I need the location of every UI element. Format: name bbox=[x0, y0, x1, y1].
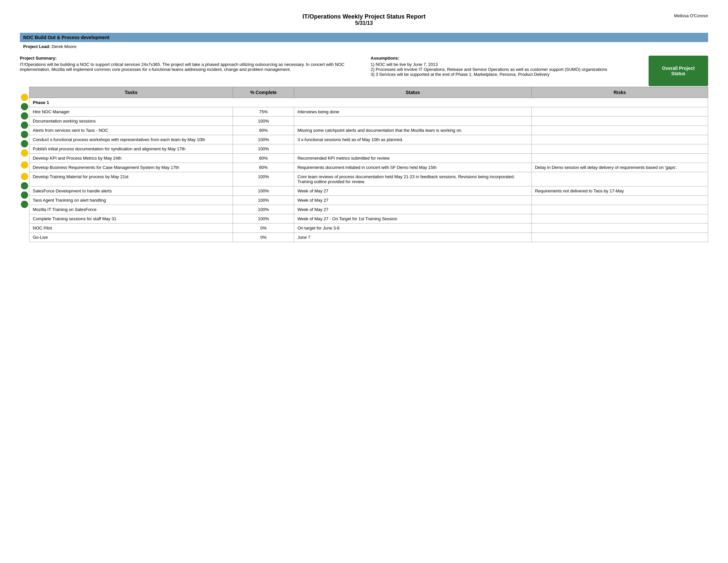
risks-cell bbox=[531, 135, 708, 144]
pct-cell: 100% bbox=[233, 172, 294, 186]
status-indicator bbox=[20, 130, 29, 139]
green-dot-icon bbox=[21, 121, 28, 129]
status-cell: Core team reviews of process documentati… bbox=[294, 172, 531, 186]
risks-cell bbox=[531, 214, 708, 223]
table-row: Go-Live0%June 7 bbox=[29, 233, 708, 242]
status-cell: 3 x-functional sessions held as of May 1… bbox=[294, 135, 531, 144]
status-cell: On target for June 3-6 bbox=[294, 223, 531, 233]
status-indicator bbox=[20, 172, 29, 181]
yellow-dot-icon bbox=[21, 149, 28, 157]
task-cell: SalesForce Development to handle alerts bbox=[29, 186, 233, 196]
status-cell bbox=[294, 144, 531, 154]
green-dot-icon bbox=[21, 201, 28, 208]
pct-cell: 100% bbox=[233, 214, 294, 223]
table-row: Develop Business Requirements for Case M… bbox=[29, 163, 708, 172]
table-section: Tasks % Complete Status Risks Phase 1Hir… bbox=[20, 83, 708, 242]
pct-cell: 75% bbox=[233, 107, 294, 117]
summary-label: Project Summary: bbox=[20, 56, 357, 61]
indicator-column bbox=[20, 83, 29, 242]
overall-status-box: Overall Project Status bbox=[649, 56, 708, 86]
risks-cell bbox=[531, 172, 708, 186]
table-row: Complete Training sessions for staff May… bbox=[29, 214, 708, 223]
table-row: Documentation working sessions100% bbox=[29, 117, 708, 126]
status-indicator bbox=[20, 209, 29, 218]
table-row: Taos Agent Tranining on alert handling10… bbox=[29, 196, 708, 205]
risks-cell bbox=[531, 205, 708, 214]
risks-cell bbox=[531, 107, 708, 117]
status-cell: Missing some catchpoint alerts and docum… bbox=[294, 126, 531, 135]
col-status: Status bbox=[294, 87, 531, 98]
table-row: Hire NOC Manager75%Interviews being done bbox=[29, 107, 708, 117]
task-cell: Develop KPI and Process Metrics by May 2… bbox=[29, 154, 233, 163]
summary-section: Project Summary: IT/Operations will be b… bbox=[20, 56, 357, 77]
risks-cell: Delay in Demo session will delay deliver… bbox=[531, 163, 708, 172]
project-name: NOC Build Out & Process development bbox=[23, 35, 110, 40]
phase-label: Phase 1 bbox=[29, 98, 708, 107]
status-cell: Recommended KPI metrics submitted for re… bbox=[294, 154, 531, 163]
task-cell: Develop Training Material for process by… bbox=[29, 172, 233, 186]
status-cell bbox=[294, 117, 531, 126]
task-cell: Mozilla IT Training on SalesForce bbox=[29, 205, 233, 214]
pct-cell: 80% bbox=[233, 163, 294, 172]
status-indicator bbox=[20, 111, 29, 120]
green-dot-icon bbox=[21, 131, 28, 138]
table-row: Alerts from services sent to Taos - NOC9… bbox=[29, 126, 708, 135]
pct-cell: 0% bbox=[233, 233, 294, 242]
col-pct: % Complete bbox=[233, 87, 294, 98]
risks-cell bbox=[531, 117, 708, 126]
task-cell: Complete Training sessions for staff May… bbox=[29, 214, 233, 223]
table-row: Conduct x-functional process workshops w… bbox=[29, 135, 708, 144]
project-header: NOC Build Out & Process development bbox=[20, 33, 708, 42]
status-indicator bbox=[20, 181, 29, 190]
pct-cell: 100% bbox=[233, 196, 294, 205]
yellow-dot-icon bbox=[21, 94, 28, 101]
risks-cell bbox=[531, 233, 708, 242]
pct-cell: 90% bbox=[233, 126, 294, 135]
summary-text: IT/Operations will be building a NOC to … bbox=[20, 62, 357, 72]
status-indicator bbox=[20, 139, 29, 148]
project-lead-label: Project Lead: bbox=[23, 44, 50, 49]
status-indicator bbox=[20, 102, 29, 111]
risks-cell bbox=[531, 196, 708, 205]
status-cell: Requirements document initiated in conce… bbox=[294, 163, 531, 172]
task-cell: Alerts from services sent to Taos - NOC bbox=[29, 126, 233, 135]
task-cell: Go-Live bbox=[29, 233, 233, 242]
table-row: Mozilla IT Training on SalesForce100%Wee… bbox=[29, 205, 708, 214]
status-table: Tasks % Complete Status Risks Phase 1Hir… bbox=[29, 87, 708, 242]
table-row: Publish initial process documentation fo… bbox=[29, 144, 708, 154]
pct-cell: 100% bbox=[233, 186, 294, 196]
green-dot-icon bbox=[21, 103, 28, 110]
green-dot-icon bbox=[21, 140, 28, 147]
task-cell: Conduct x-functional process workshops w… bbox=[29, 135, 233, 144]
task-cell: Documentation working sessions bbox=[29, 117, 233, 126]
status-indicator bbox=[20, 148, 29, 158]
risks-cell bbox=[531, 126, 708, 135]
status-indicator bbox=[20, 200, 29, 209]
pct-cell: 100% bbox=[233, 144, 294, 154]
status-indicator bbox=[20, 93, 29, 102]
status-cell: Interviews being done bbox=[294, 107, 531, 117]
pct-cell: 100% bbox=[233, 117, 294, 126]
task-cell: Taos Agent Tranining on alert handling bbox=[29, 196, 233, 205]
risks-cell: Requirements not delivered to Taos by 17… bbox=[531, 186, 708, 196]
task-cell: NOC Pilot bbox=[29, 223, 233, 233]
pct-cell: 100% bbox=[233, 135, 294, 144]
status-indicator bbox=[20, 218, 29, 227]
project-lead-row: Project Lead: Derek Moore bbox=[20, 43, 708, 50]
status-cell: June 7 bbox=[294, 233, 531, 242]
task-cell: Develop Business Requirements for Case M… bbox=[29, 163, 233, 172]
risks-cell bbox=[531, 223, 708, 233]
main-table-wrapper: Tasks % Complete Status Risks Phase 1Hir… bbox=[29, 83, 708, 242]
green-dot-icon bbox=[21, 191, 28, 199]
status-cell: Week of May 27 bbox=[294, 205, 531, 214]
table-row: Develop Training Material for process by… bbox=[29, 172, 708, 186]
task-cell: Hire NOC Manager bbox=[29, 107, 233, 117]
green-dot-icon bbox=[21, 112, 28, 119]
yellow-dot-icon bbox=[21, 161, 28, 168]
green-dot-icon bbox=[21, 182, 28, 189]
table-row: SalesForce Development to handle alerts1… bbox=[29, 186, 708, 196]
report-title: IT/Operations Weekly Project Status Repo… bbox=[20, 13, 708, 20]
status-cell: Week of May 27 - On Target for 1st Train… bbox=[294, 214, 531, 223]
pct-cell: 80% bbox=[233, 154, 294, 163]
col-tasks: Tasks bbox=[29, 87, 233, 98]
